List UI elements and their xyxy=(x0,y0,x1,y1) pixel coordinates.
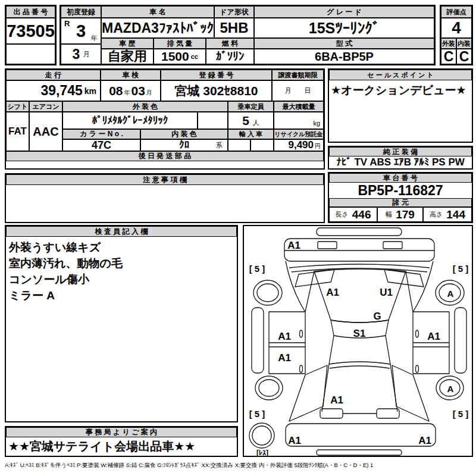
inspection-year-unit: 年 xyxy=(124,89,130,97)
first-reg-month: 3 xyxy=(73,46,80,62)
marker-windshield: G xyxy=(373,311,381,322)
office-value: ★★宮城サテライト会場出品車★★ xyxy=(6,437,237,456)
later-parts-label: 後 日 発 送 部 品 xyxy=(6,151,324,161)
fuel-label: 燃 料 xyxy=(206,38,254,49)
marker-tire-front-left: [ 5 ] xyxy=(249,264,265,274)
color-no-label: カ ラ ー N o . xyxy=(62,129,140,139)
marker-tire-front-right: [ 5 ] xyxy=(453,264,469,274)
spec-width-value: 179 xyxy=(396,208,415,221)
car-name-label: 車 名 xyxy=(101,6,214,18)
lot-number-value: 73505 xyxy=(6,18,55,44)
car-diagram: A1 [ 5 ] [ 5 ] A1 U1 A G S1 A1 A1 A1 A1 … xyxy=(244,226,472,456)
lot-number-label: 出 品 番 号 xyxy=(6,6,55,18)
first-reg-month-unit: 月 xyxy=(83,50,89,59)
spec-length-value: 446 xyxy=(352,208,371,221)
marker-door-rear-left: A1 xyxy=(278,352,291,364)
exterior-grade-value: C xyxy=(441,49,456,64)
spec-height-label: 高さ xyxy=(430,210,443,219)
shift-label: シフト xyxy=(6,101,29,112)
office-label: 事 務 局 よ り ご 案 内 xyxy=(6,427,237,437)
import-car-empty-2 xyxy=(250,139,274,151)
sales-point-box: セ ー ル ス ポ イ ン ト ★オークションデビュー★ xyxy=(328,68,473,143)
reg-number-label: 登 録 番 号 xyxy=(161,70,272,80)
lot-number-empty xyxy=(6,44,55,64)
inspection-month: 03 xyxy=(131,84,145,98)
capacity-label: 乗車定員 xyxy=(228,101,274,112)
mileage-value: 39,745 xyxy=(40,83,82,99)
notes-box: 注 意 事 項 欄 xyxy=(5,173,325,223)
import-car-empty-1 xyxy=(228,139,250,151)
inspector-comment-line: ミラー A xyxy=(9,287,123,303)
footer-legend: A:ｷｽﾞ U:ﾍｺﾐ B:ｷｽﾞを伴うﾍｺﾐ P:要塗装 W:補修跡 S:錆 … xyxy=(5,462,474,469)
reg-number-value: 宮城 302ｾ8810 xyxy=(161,80,272,101)
marker-front-bumper: A1 xyxy=(287,240,300,251)
first-reg-month-cell: 3 月 xyxy=(61,44,101,64)
marker-door-front-right: A1 xyxy=(427,331,440,342)
interior-grade-label: 内装 xyxy=(456,38,472,49)
int-color-label: 内 装 色 xyxy=(140,129,228,139)
score-value: 4 xyxy=(441,18,472,38)
marker-spare-tire: [ﾚｽ] xyxy=(256,449,268,456)
door-shape-value: 5HB xyxy=(214,18,254,38)
inspector-box: 検 査 員 記 入 欄 外装うすい線キズ 室内薄汚れ、動物の毛 コンソール傷小 … xyxy=(5,225,238,422)
first-reg-year: 3 xyxy=(76,21,86,41)
score-label: 評価点 xyxy=(441,6,472,18)
first-reg-label: 初度登録 xyxy=(61,6,101,18)
car-diagram-box: A1 [ 5 ] [ 5 ] A1 U1 A G S1 A1 A1 A1 A1 … xyxy=(243,225,473,457)
marker-tire-rear-right: [ 5 ] xyxy=(453,409,469,419)
inspector-label: 検 査 員 記 入 欄 xyxy=(6,226,237,237)
max-load-cell: kg xyxy=(274,112,324,129)
info-box: 走 行 車 検 登 録 番 号 譲渡書類期限 39,745 km 08 年 03… xyxy=(5,68,325,170)
int-color-suffix: 系 xyxy=(216,141,223,150)
displacement-cell: 1500 cc xyxy=(154,49,206,64)
first-reg-year-unit: 年 xyxy=(91,34,98,43)
marker-hood-right: U1 xyxy=(380,287,393,298)
ext-color-label: 外 装 色 xyxy=(62,101,228,112)
chassis-label: 車 台 番 号 xyxy=(329,173,472,183)
auction-sheet: 出 品 番 号 73505 初度登録 R 3 年 3 月 車 名 MAZDA3ﾌ… xyxy=(0,0,476,476)
inspection-cell: 08 年 03 月 xyxy=(101,80,161,101)
inspector-comment-line: 外装うすい線キズ xyxy=(9,239,123,255)
first-reg-era: R xyxy=(64,19,70,28)
fuel-value: ｶﾞｿﾘﾝ xyxy=(206,49,254,64)
grade-label: グ レ ー ド xyxy=(254,6,434,18)
first-reg-year-cell: R 3 年 xyxy=(61,18,101,44)
aircon-value: AAC xyxy=(29,112,62,151)
spec-length-label: 長さ xyxy=(336,210,349,219)
displacement-value: 1500 xyxy=(161,49,189,64)
mileage-unit: km xyxy=(84,86,96,96)
marker-wheel-rear-right: A xyxy=(447,384,454,394)
oem-equipment-label: 純 正 装 備 xyxy=(329,147,472,156)
color-no-value: 47C xyxy=(62,139,140,151)
shift-value: FAT xyxy=(6,112,29,151)
mileage-label: 走 行 xyxy=(6,70,101,80)
spec-length-cell: 長さ 446 xyxy=(329,207,377,222)
recycle-fee-unit: 円 xyxy=(315,142,321,151)
recycle-fee-value: 9,490 xyxy=(288,139,314,151)
recycle-fee-cell: 9,490 円 xyxy=(274,139,324,151)
sales-point-label: セ ー ル ス ポ イ ン ト xyxy=(329,70,472,80)
door-shape-label: ドア形状 xyxy=(214,6,254,18)
aircon-label: エアコン xyxy=(29,101,62,112)
recycle-fee-label: リサイクル預託金 xyxy=(274,129,324,139)
notes-label: 注 意 事 項 欄 xyxy=(6,174,324,185)
history-label: 車 歴 xyxy=(101,38,154,49)
mileage-cell: 39,745 km xyxy=(6,80,101,101)
import-car-label: 輸 入 車 xyxy=(228,129,274,139)
capacity-value: 5 xyxy=(242,114,249,128)
int-color-value: ｸﾛ xyxy=(179,139,189,151)
inspection-year: 08 xyxy=(109,84,123,98)
chassis-box: 車 台 番 号 BP5P-116827 諸 元 長さ 446 幅 179 高さ … xyxy=(328,172,473,223)
marker-bumper-rear-left: A1 xyxy=(288,435,301,446)
marker-hatch: A1 xyxy=(330,394,343,406)
ext-color-value: ﾎﾟﾘﾒﾀﾙｸﾞﾚｰﾒﾀﾘｯｸ xyxy=(62,112,198,129)
exterior-grade-label: 外装 xyxy=(441,38,456,49)
chassis-value: BP5P-116827 xyxy=(329,183,472,198)
marker-roof: S1 xyxy=(353,328,366,339)
lot-number-box: 出 品 番 号 73505 xyxy=(5,5,57,65)
car-name-value: MAZDA3ﾌｧｽﾄﾊﾞｯｸ xyxy=(101,18,214,38)
vehicle-header-box: 初度登録 R 3 年 3 月 車 名 MAZDA3ﾌｧｽﾄﾊﾞｯｸ ドア形状 5… xyxy=(60,5,436,65)
int-color-cell: ｸﾛ 系 xyxy=(140,139,228,151)
inspection-month-unit: 月 xyxy=(146,89,152,97)
spec-width-label: 幅 xyxy=(386,210,392,219)
